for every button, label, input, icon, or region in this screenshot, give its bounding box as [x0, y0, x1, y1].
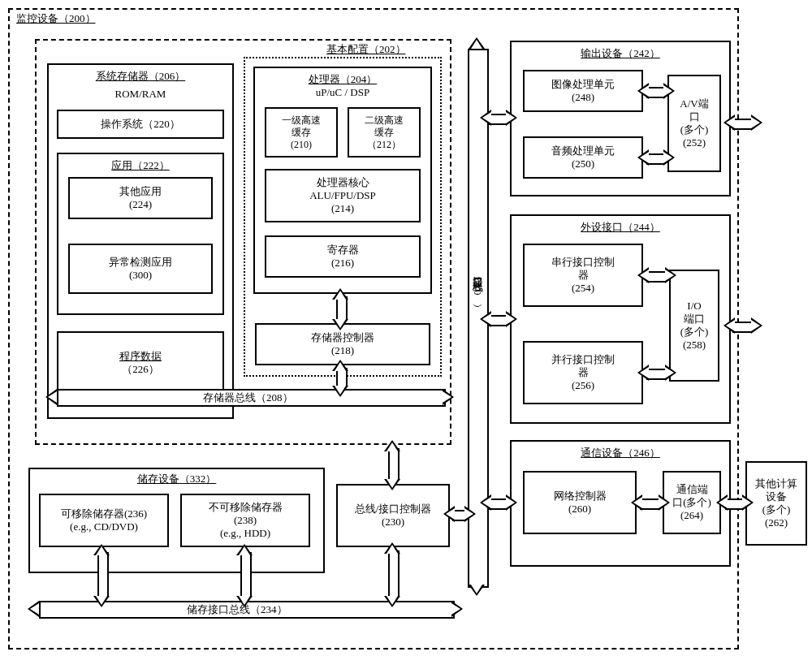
- l1-cache-box: 一级高速 缓存 (210): [265, 107, 338, 158]
- romram-label: ROM/RAM: [115, 88, 166, 101]
- comm-port-box: 通信端 口(多个) (264): [663, 471, 721, 534]
- anomaly-app-box: 异常检测应用 (300): [68, 244, 213, 294]
- processor-title: 处理器（204）: [309, 73, 378, 86]
- l2-cache-box: 二级高速 缓存 （212）: [348, 107, 421, 158]
- os-label: 操作系统（220）: [101, 118, 180, 131]
- arrow-proc-to-memctl: [336, 296, 348, 321]
- os-box: 操作系统（220）: [57, 110, 224, 139]
- bus-interface-controller-box: 总线/接口控制器 (230): [336, 484, 450, 547]
- apps-title: 应用（222）: [111, 159, 170, 172]
- system-memory-title: 系统存储器（206）: [96, 70, 186, 83]
- peripheral-title: 外设接口（244）: [581, 221, 660, 234]
- basic-config-title: 基本配置（202）: [325, 42, 408, 57]
- other-apps-box: 其他应用 (224): [68, 177, 213, 219]
- monitoring-device-title: 监控设备（200）: [15, 11, 97, 26]
- other-computing-box: 其他计算 设备 (多个) (262): [745, 461, 807, 546]
- apu-box: 音频处理单元 (250): [523, 136, 643, 179]
- output-device-title: 输出设备（242）: [581, 47, 660, 60]
- interface-bus-label: 接口总线（140）: [471, 268, 484, 299]
- memory-bus-label: 存储器总线（208）: [203, 391, 293, 404]
- storage-title: 储存设备（332）: [137, 473, 217, 486]
- io-port-box: I/O 端口 (多个) (258): [669, 270, 719, 382]
- gpu-box: 图像处理单元 (248): [523, 70, 643, 112]
- processor-subtitle: uP/uC / DSP: [316, 86, 369, 99]
- serial-controller-box: 串行接口控制 器 (254): [523, 244, 643, 307]
- register-box: 寄存器 (216): [265, 235, 421, 278]
- diagram-root: 监控设备（200） 基本配置（202） 系统存储器（206） ROM/RAM 操…: [0, 0, 812, 656]
- parallel-controller-box: 并行接口控制 器 (256): [523, 341, 643, 404]
- removable-storage-box: 可移除储存器(236) (e.g., CD/DVD): [39, 494, 169, 547]
- av-port-box: A/V端 口 (多个) (252): [667, 75, 721, 172]
- nonremovable-storage-box: 不可移除储存器 (238) (e.g., HDD): [180, 494, 310, 547]
- processor-core-box: 处理器核心 ALU/FPU/DSP (214): [265, 169, 421, 222]
- program-data-box: 程序数据 （226）: [57, 331, 224, 395]
- comm-device-title: 通信设备（246）: [581, 447, 660, 460]
- network-controller-box: 网络控制器 (260): [523, 471, 637, 534]
